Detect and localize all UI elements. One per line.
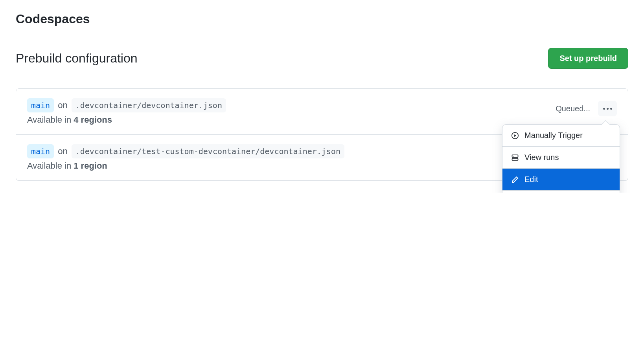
play-icon [511,132,519,140]
on-text: on [56,144,69,158]
availability-count: 1 region [74,161,107,171]
page-title: Codespaces [16,12,628,32]
availability-count: 4 regions [74,115,112,125]
availability-text: Available in 4 regions [27,115,556,125]
section-title: Prebuild configuration [16,51,138,66]
kebab-icon [603,108,612,110]
svg-rect-2 [512,158,518,160]
menu-edit[interactable]: Edit [502,169,620,191]
menu-label: Manually Trigger [524,131,583,140]
menu-disable-runs[interactable]: Disable runs [502,191,620,193]
menu-manually-trigger[interactable]: Manually Trigger [502,125,620,147]
config-info: main on .devcontainer/devcontainer.json … [27,98,556,125]
kebab-menu-button[interactable] [598,101,617,116]
devcontainer-path: .devcontainer/devcontainer.json [72,98,226,112]
branch-badge: main [27,144,54,158]
svg-point-3 [513,156,514,156]
pencil-icon [511,176,519,184]
prebuild-config-list: main on .devcontainer/devcontainer.json … [16,88,628,181]
availability-prefix: Available in [27,161,74,171]
runs-icon [511,154,519,162]
prebuild-config-row: main on .devcontainer/devcontainer.json … [16,89,628,135]
branch-badge: main [27,98,54,112]
availability-prefix: Available in [27,115,74,125]
branch-line: main on .devcontainer/devcontainer.json [27,98,556,112]
menu-label: Edit [524,175,538,184]
kebab-dropdown: Manually Trigger View runs Edit Disable … [502,124,620,193]
section-header: Prebuild configuration Set up prebuild [16,48,628,69]
status-text: Queued... [556,104,590,113]
config-actions: Queued... [556,101,617,116]
setup-prebuild-button[interactable]: Set up prebuild [548,48,628,69]
menu-view-runs[interactable]: View runs [502,147,620,169]
menu-label: View runs [524,153,559,162]
devcontainer-path: .devcontainer/test-custom-devcontainer/d… [72,144,344,158]
on-text: on [56,98,69,112]
